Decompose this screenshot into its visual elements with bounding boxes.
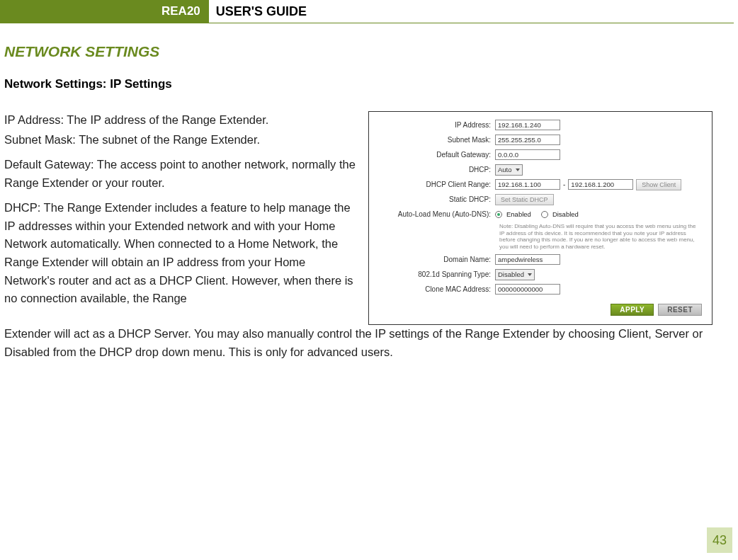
body-p3: Default Gateway: The access point to ano… [4,156,358,192]
clone-mac-label: Clone MAC Address: [376,285,495,293]
show-client-button[interactable]: Show Client [636,179,681,190]
section-title: NETWORK SETTINGS [4,43,714,60]
body-p1: IP Address: The IP address of the Range … [4,111,358,130]
header-badge: REA20 [156,0,209,23]
ip-address-input[interactable]: 192.168.1.240 [495,120,560,130]
domain-name-label: Domain Name: [376,256,495,263]
enabled-radio[interactable] [495,211,502,218]
page-number: 43 [707,527,732,553]
auto-dns-note: Note: Disabling Auto-DNS will require th… [499,223,698,250]
dhcp-range-end-input[interactable]: 192.168.1.200 [568,179,633,190]
reset-button[interactable]: RESET [658,304,702,316]
spanning-type-select[interactable]: Disabled [495,269,535,280]
body-p2: Subnet Mask: The subnet of the Range Ext… [4,131,358,149]
body-p4: DHCP: The Range Extender includes a feat… [4,199,358,307]
spanning-type-label: 802.1d Spanning Type: [376,270,495,278]
enabled-radio-label: Enabled [506,210,531,218]
body-text-column: IP Address: The IP address of the Range … [4,111,358,315]
ip-settings-panel: IP Address: 192.168.1.240 Subnet Mask: 2… [368,111,713,325]
disabled-radio-label: Disabled [552,210,579,218]
page-content: NETWORK SETTINGS Network Settings: IP Se… [0,23,738,361]
default-gateway-input[interactable]: 0.0.0.0 [495,149,560,160]
dhcp-select[interactable]: Auto [495,164,523,176]
auto-load-label: Auto-Load Menu (Auto-DNS): [376,210,495,218]
default-gateway-label: Default Gateway: [376,151,495,159]
body-p5: Extender will act as a DHCP Server. You … [4,325,713,361]
range-dash: - [563,181,565,188]
domain-name-input[interactable]: ampedwireless [495,254,560,265]
dhcp-range-label: DHCP Client Range: [376,181,495,188]
header-title: USER'S GUIDE [209,0,738,23]
subnet-mask-input[interactable]: 255.255.255.0 [495,135,560,145]
apply-button[interactable]: APPLY [611,304,654,316]
clone-mac-input[interactable]: 000000000000 [495,284,560,295]
set-static-dhcp-button[interactable]: Set Static DHCP [495,194,554,205]
dhcp-range-start-input[interactable]: 192.168.1.100 [495,179,560,190]
static-dhcp-label: Static DHCP: [376,195,495,203]
disabled-radio[interactable] [541,211,548,218]
subnet-mask-label: Subnet Mask: [376,136,495,144]
dhcp-label: DHCP: [376,166,495,173]
header-bar [0,0,156,23]
subsection-title: Network Settings: IP Settings [4,77,714,91]
page-header: REA20 USER'S GUIDE [0,0,738,23]
ip-address-label: IP Address: [376,121,495,129]
